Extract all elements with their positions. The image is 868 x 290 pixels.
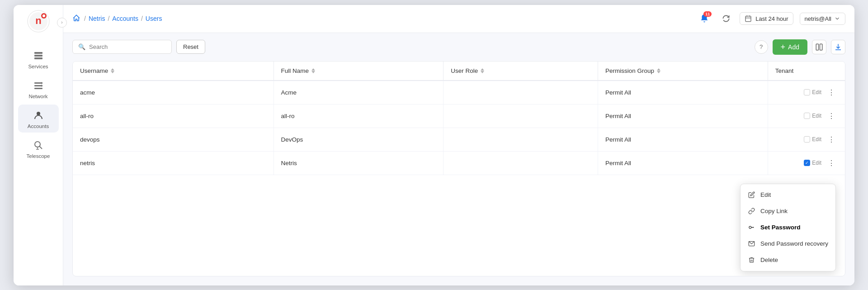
cell-userrole-2: [443, 128, 598, 151]
context-menu-edit[interactable]: Edit: [741, 187, 835, 203]
cell-permgroup-1: Permit All: [598, 104, 768, 128]
cell-permgroup-3: Permit All: [598, 151, 768, 175]
svg-point-4: [42, 14, 45, 17]
context-menu-copylink-label: Copy Link: [760, 208, 788, 214]
columns-button[interactable]: [812, 40, 826, 54]
breadcrumb-accounts[interactable]: Accounts: [112, 15, 138, 22]
sidebar-item-accounts[interactable]: Accounts: [18, 105, 59, 133]
context-menu-copylink[interactable]: Copy Link: [741, 203, 835, 219]
services-icon: [32, 49, 45, 62]
cell-actions-0: Edit ⋮: [768, 81, 845, 105]
search-input[interactable]: [89, 43, 166, 50]
context-menu-edit-label: Edit: [760, 191, 771, 198]
context-menu-setpassword[interactable]: Set Password: [741, 219, 835, 236]
refresh-button[interactable]: [719, 11, 733, 26]
add-button[interactable]: + Add: [773, 39, 807, 55]
svg-rect-7: [34, 57, 42, 59]
home-icon: [72, 14, 81, 23]
main-content: / Netris / Accounts / Users 11: [63, 5, 854, 285]
more-button-3[interactable]: ⋮: [825, 158, 838, 168]
sidebar-item-network[interactable]: Network: [18, 75, 59, 103]
cell-username-1: all-ro: [73, 104, 274, 128]
svg-line-15: [39, 146, 42, 149]
more-button-1[interactable]: ⋮: [825, 111, 838, 121]
edit-checkbox-2[interactable]: [804, 136, 810, 143]
edit-checkbox-0[interactable]: [804, 89, 810, 95]
notification-badge: 11: [703, 11, 712, 17]
telescope-icon: [32, 139, 45, 152]
cell-username-3: netris: [73, 151, 274, 175]
svg-point-11: [41, 82, 42, 84]
col-tenant[interactable]: Tenant: [768, 62, 845, 81]
svg-rect-6: [34, 55, 42, 57]
time-range-selector[interactable]: Last 24 hour: [740, 12, 793, 25]
sort-userrole-icon: [481, 68, 484, 73]
header: / Netris / Accounts / Users 11: [63, 5, 854, 33]
link-icon: [748, 207, 756, 215]
breadcrumb: / Netris / Accounts / Users: [72, 14, 691, 23]
edit-checkbox-3[interactable]: [804, 160, 810, 166]
cell-fullname-3: Netris: [274, 151, 443, 175]
accounts-icon: [32, 109, 45, 122]
col-username[interactable]: Username: [73, 62, 274, 81]
sidebar-nav: Services Network: [14, 45, 63, 162]
cell-userrole-1: [443, 104, 598, 128]
sort-username-icon: [111, 68, 114, 73]
svg-rect-5: [34, 52, 42, 54]
key-icon: [748, 223, 756, 232]
svg-rect-10: [34, 88, 42, 89]
cell-fullname-1: all-ro: [274, 104, 443, 128]
edit-checkbox-1[interactable]: [804, 113, 810, 119]
cell-permgroup-0: Permit All: [598, 81, 768, 105]
help-button[interactable]: ?: [755, 40, 768, 54]
notification-button[interactable]: 11: [696, 10, 712, 27]
col-userrole[interactable]: User Role: [443, 62, 598, 81]
col-fullname[interactable]: Full Name: [274, 62, 443, 81]
sidebar-collapse-button[interactable]: ›: [57, 18, 67, 28]
sidebar-item-telescope[interactable]: Telescope: [18, 134, 59, 162]
delete-icon: [748, 256, 756, 264]
sort-permgroup-icon: [657, 68, 660, 73]
tenant-selector[interactable]: netris@All: [800, 13, 845, 25]
table-row: acme Acme Permit All Edit ⋮: [73, 81, 845, 105]
svg-point-14: [35, 142, 40, 147]
table-row: all-ro all-ro Permit All Edit ⋮: [73, 104, 845, 128]
breadcrumb-netris[interactable]: Netris: [89, 15, 105, 22]
search-box[interactable]: 🔍: [72, 40, 172, 54]
more-button-2[interactable]: ⋮: [825, 134, 838, 145]
reset-button[interactable]: Reset: [176, 40, 205, 54]
sidebar-item-services-label: Services: [28, 64, 48, 69]
cell-fullname-2: DevOps: [274, 128, 443, 151]
table-row: devops DevOps Permit All Edit ⋮: [73, 128, 845, 151]
cell-fullname-0: Acme: [274, 81, 443, 105]
context-menu-delete-label: Delete: [760, 257, 778, 263]
toolbar-right: ? + Add: [755, 39, 845, 55]
users-table-container: Username Full Name: [72, 61, 845, 276]
svg-rect-23: [820, 44, 822, 50]
sidebar-item-accounts-label: Accounts: [28, 124, 49, 129]
svg-rect-22: [816, 44, 818, 50]
cell-userrole-0: [443, 81, 598, 105]
users-table: Username Full Name: [73, 62, 845, 175]
header-right: 11 Last 24 hour: [696, 10, 845, 27]
breadcrumb-users[interactable]: Users: [146, 15, 162, 22]
tenant-label: netris@All: [805, 15, 831, 22]
app-logo[interactable]: n: [27, 10, 50, 33]
table-row: netris Netris Permit All Edit ⋮: [73, 151, 845, 175]
sidebar-item-services[interactable]: Services: [18, 45, 59, 73]
download-button[interactable]: [831, 40, 845, 54]
context-menu-setpassword-label: Set Password: [760, 224, 801, 231]
context-menu-sendrecovery[interactable]: Send Password recovery: [741, 236, 835, 252]
col-permgroup[interactable]: Permission Group: [598, 62, 768, 81]
context-menu-sendrecovery-label: Send Password recovery: [760, 240, 828, 247]
search-icon: 🔍: [78, 43, 85, 50]
edit-icon: [748, 191, 756, 199]
svg-point-25: [749, 226, 751, 228]
more-button-0[interactable]: ⋮: [825, 87, 838, 98]
table-header-row: Username Full Name: [73, 62, 845, 81]
svg-text:n: n: [35, 15, 41, 26]
context-menu: Edit Copy Link: [740, 184, 836, 271]
time-range-label: Last 24 hour: [755, 15, 788, 22]
context-menu-delete[interactable]: Delete: [741, 252, 835, 268]
cell-actions-3: Edit ⋮: [768, 151, 845, 175]
